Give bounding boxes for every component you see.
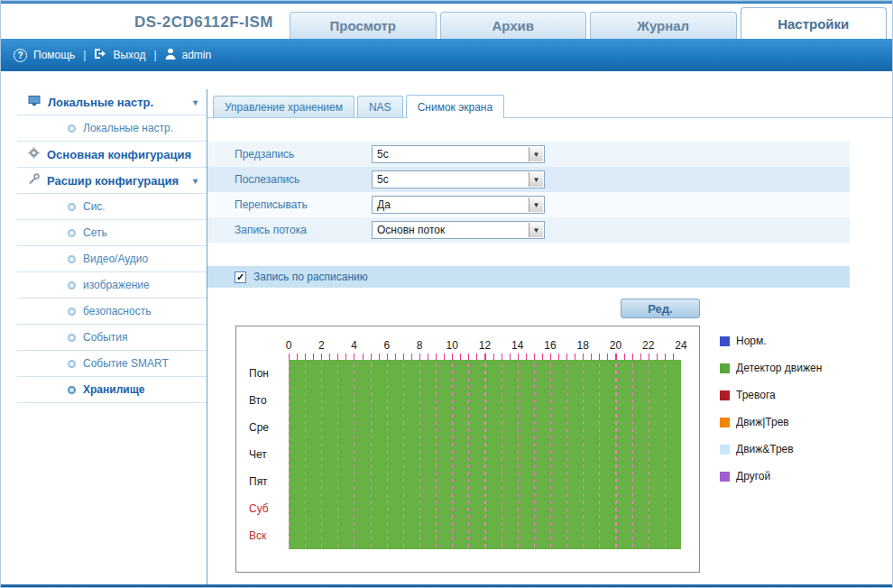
- legend-swatch: [720, 445, 730, 455]
- subtab-snapshot[interactable]: Снимок экрана: [406, 95, 505, 118]
- legend-swatch: [720, 336, 730, 346]
- hour-label: 14: [511, 339, 523, 352]
- sidebar-item-local-settings[interactable]: Локальные настр.: [17, 115, 207, 142]
- help-link[interactable]: Помощь: [33, 49, 75, 61]
- tab-log[interactable]: Журнал: [590, 12, 737, 39]
- sidebar-item-label: Хранилище: [83, 383, 144, 396]
- schedule-box: 0 2 4 6 8 10 12 14 16 18 20 22 2: [235, 326, 700, 573]
- edit-schedule-button[interactable]: Ред.: [621, 299, 700, 318]
- overwrite-select[interactable]: Да ▼: [372, 196, 545, 214]
- schedule-record-checkbox[interactable]: [235, 271, 246, 283]
- gear-icon: [28, 147, 40, 161]
- day-label-fri: Пят: [236, 468, 289, 495]
- legend-item-motion: Детектор движен: [720, 354, 822, 381]
- separator: |: [153, 49, 156, 61]
- sidebar-item-security[interactable]: безопасность: [17, 299, 207, 325]
- bullet-icon: [68, 255, 76, 263]
- display-icon: [28, 96, 41, 109]
- storage-subtabs: Управление хранением NAS Снимок экрана: [207, 89, 892, 118]
- legend-label: Тревога: [736, 389, 776, 401]
- legend-label: Норм.: [736, 335, 767, 347]
- hour-label: 4: [351, 339, 357, 352]
- prerecord-label: Предзапись: [235, 148, 372, 161]
- sidebar-item-video-audio[interactable]: Видео/Аудио: [17, 246, 207, 272]
- sidebar-item-label: изображение: [83, 279, 150, 291]
- postrecord-value: 5с: [377, 173, 389, 186]
- hour-label: 0: [286, 339, 292, 352]
- sidebar-item-events[interactable]: События: [17, 325, 207, 351]
- legend-item-normal: Норм.: [720, 327, 822, 354]
- hour-label: 16: [544, 339, 556, 352]
- day-label-thu: Чет: [236, 441, 289, 468]
- header: DS-2CD6112F-ISM Просмотр Архив Журнал На…: [1, 4, 892, 39]
- day-label-sun: Вск: [236, 522, 289, 549]
- bullet-icon: [68, 334, 76, 342]
- hour-label: 8: [417, 339, 423, 352]
- edit-row: Ред.: [207, 299, 850, 318]
- stream-select[interactable]: Основн поток ▼: [372, 221, 545, 239]
- stream-label: Запись потока: [235, 224, 372, 236]
- sidebar-item-system[interactable]: Сис.: [17, 194, 207, 220]
- settings-sidebar: Локальные настр. ▾ Локальные настр. Осно…: [17, 89, 207, 403]
- main-nav-tabs: Просмотр Архив Журнал Настройки: [290, 7, 887, 39]
- legend-swatch: [720, 472, 730, 482]
- sidebar-group-advanced-config[interactable]: Расшир конфигурация ▾: [17, 168, 207, 194]
- form-row-prerecord: Предзапись 5с ▼: [207, 142, 850, 167]
- logout-link[interactable]: Выход: [113, 49, 145, 61]
- tab-settings[interactable]: Настройки: [741, 7, 888, 39]
- help-icon[interactable]: ?: [14, 49, 27, 62]
- postrecord-select[interactable]: 5с ▼: [372, 170, 545, 188]
- sidebar-group-label: Основная конфигурация: [47, 148, 191, 161]
- legend-item-motion-or-alarm: Движ|Трев: [720, 409, 822, 436]
- camera-web-ui: DS-2CD6112F-ISM Просмотр Архив Журнал На…: [0, 0, 893, 588]
- content: Локальные настр. ▾ Локальные настр. Осно…: [1, 71, 892, 586]
- user-icon: [165, 48, 176, 62]
- day-label-sat: Суб: [236, 495, 289, 522]
- schedule-day-labels: Пон Вто Сре Чет Пят Суб Вск: [236, 360, 289, 549]
- legend-item-motion-and-alarm: Движ&Трев: [720, 436, 822, 463]
- hour-label: 2: [318, 339, 325, 352]
- subtab-nas[interactable]: NAS: [357, 96, 403, 117]
- overwrite-label: Переписывать: [235, 198, 372, 211]
- sidebar-group-label: Расшир конфигурация: [47, 174, 179, 188]
- chevron-down-icon: ▾: [193, 97, 198, 107]
- sidebar-group-local-settings[interactable]: Локальные настр. ▾: [17, 89, 207, 115]
- prerecord-select[interactable]: 5с ▼: [372, 145, 545, 163]
- schedule-ticks: [289, 354, 681, 360]
- legend-swatch: [720, 363, 730, 373]
- legend-label: Детектор движен: [736, 362, 822, 374]
- sidebar-item-storage[interactable]: Хранилище: [17, 377, 207, 403]
- bullet-icon: [68, 308, 76, 316]
- dropdown-arrow-icon[interactable]: ▼: [529, 172, 543, 187]
- prerecord-value: 5с: [377, 148, 389, 161]
- legend-swatch: [720, 418, 730, 427]
- device-model-title: DS-2CD6112F-ISM: [134, 14, 273, 32]
- sidebar-group-label: Локальные настр.: [48, 96, 153, 109]
- current-user: admin: [182, 49, 212, 61]
- sidebar-item-image[interactable]: изображение: [17, 272, 207, 299]
- sidebar-item-network[interactable]: Сеть: [17, 220, 207, 246]
- dropdown-arrow-icon[interactable]: ▼: [529, 198, 543, 212]
- storage-settings-panel: Управление хранением NAS Снимок экрана П…: [207, 89, 892, 586]
- tab-archive[interactable]: Архив: [440, 12, 587, 39]
- schedule-grid: [289, 360, 681, 549]
- sidebar-item-label: Событие SMART: [83, 357, 169, 370]
- wrench-icon: [28, 173, 40, 188]
- hour-label: 24: [675, 339, 686, 352]
- logout-icon[interactable]: [94, 48, 106, 62]
- dropdown-arrow-icon[interactable]: ▼: [529, 223, 543, 237]
- schedule-hour-labels: 0 2 4 6 8 10 12 14 16 18 20 22 2: [289, 337, 681, 354]
- bullet-icon: [68, 281, 76, 289]
- hour-label: 18: [577, 339, 589, 352]
- sidebar-item-label: Видео/Аудио: [83, 253, 148, 265]
- chevron-down-icon: ▾: [193, 176, 198, 186]
- bullet-icon: [68, 229, 76, 237]
- sidebar-group-basic-config[interactable]: Основная конфигурация: [17, 142, 207, 168]
- bottom-border: [1, 584, 892, 587]
- day-label-mon: Пон: [236, 360, 289, 387]
- dropdown-arrow-icon[interactable]: ▼: [529, 147, 543, 161]
- legend-item-other: Другой: [720, 463, 822, 490]
- subtab-storage-management[interactable]: Управление хранением: [213, 96, 354, 117]
- sidebar-item-smart-event[interactable]: Событие SMART: [17, 351, 207, 377]
- tab-preview[interactable]: Просмотр: [290, 12, 437, 39]
